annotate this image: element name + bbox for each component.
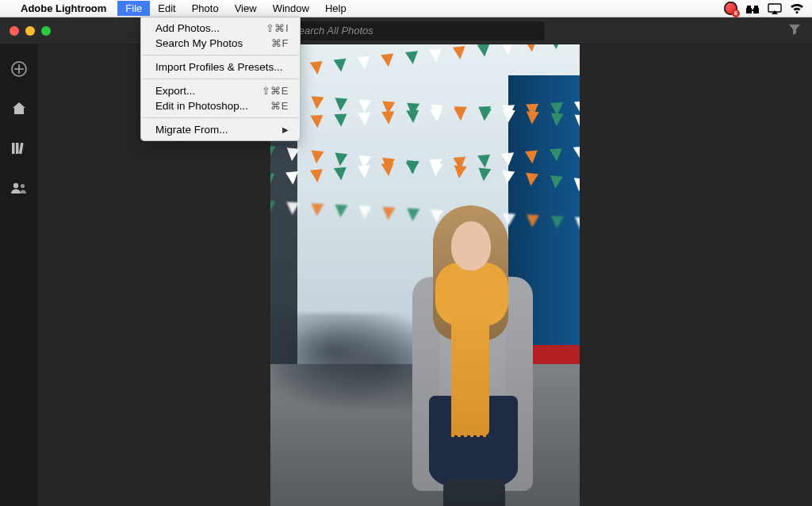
menu-item-search-my-photos[interactable]: Search My Photos ⌘F bbox=[141, 36, 300, 51]
submenu-arrow-icon: ▶ bbox=[282, 125, 289, 134]
app-window: Search All Photos bbox=[0, 17, 812, 506]
menu-item-add-photos[interactable]: Add Photos... ⇧⌘I bbox=[141, 21, 300, 36]
menu-item-label: Add Photos... bbox=[155, 22, 220, 34]
menu-item-migrate-from[interactable]: Migrate From... ▶ bbox=[141, 122, 300, 137]
sidebar-people-button[interactable] bbox=[10, 179, 28, 197]
library-icon bbox=[11, 141, 27, 155]
menu-view[interactable]: View bbox=[227, 1, 265, 16]
menu-item-label: Migrate From... bbox=[155, 124, 228, 136]
menu-item-shortcut: ⇧⌘E bbox=[262, 85, 289, 97]
people-icon bbox=[10, 182, 28, 194]
menu-item-label: Import Profiles & Presets... bbox=[155, 61, 283, 73]
window-zoom-button[interactable] bbox=[41, 26, 51, 36]
menu-separator bbox=[142, 117, 299, 118]
menu-photo[interactable]: Photo bbox=[184, 1, 227, 16]
notification-badge-icon[interactable]: 6 bbox=[724, 2, 737, 15]
file-dropdown-menu: Add Photos... ⇧⌘I Search My Photos ⌘F Im… bbox=[140, 17, 301, 141]
wifi-icon[interactable] bbox=[790, 3, 804, 14]
menu-item-shortcut: ⇧⌘I bbox=[266, 22, 289, 34]
menu-item-import-profiles-presets[interactable]: Import Profiles & Presets... bbox=[141, 59, 300, 75]
svg-rect-6 bbox=[16, 143, 19, 154]
photo-preview bbox=[270, 44, 580, 506]
search-input[interactable]: Search All Photos bbox=[267, 21, 545, 40]
menu-edit[interactable]: Edit bbox=[150, 1, 183, 16]
sidebar-library-button[interactable] bbox=[10, 140, 28, 157]
notification-count: 6 bbox=[732, 10, 740, 17]
menu-window[interactable]: Window bbox=[265, 1, 317, 16]
menu-separator bbox=[142, 79, 299, 79]
binoculars-icon[interactable] bbox=[745, 3, 760, 14]
search-placeholder: Search All Photos bbox=[292, 25, 373, 36]
sidebar bbox=[0, 44, 38, 506]
window-controls bbox=[10, 26, 51, 36]
app-body bbox=[0, 44, 812, 506]
svg-point-9 bbox=[21, 184, 25, 188]
funnel-icon bbox=[788, 24, 801, 35]
svg-point-8 bbox=[13, 183, 18, 188]
window-close-button[interactable] bbox=[10, 26, 19, 36]
app-name[interactable]: Adobe Lightroom bbox=[21, 2, 106, 14]
titlebar: Search All Photos bbox=[0, 17, 812, 44]
svg-rect-5 bbox=[12, 143, 15, 154]
menu-separator bbox=[142, 55, 299, 56]
photo-subject-person bbox=[389, 197, 540, 506]
menu-item-shortcut: ⌘E bbox=[270, 100, 289, 112]
menu-item-label: Search My Photos bbox=[155, 37, 243, 49]
menu-item-edit-in-photoshop[interactable]: Edit in Photoshop... ⌘E bbox=[141, 98, 300, 113]
menu-help[interactable]: Help bbox=[317, 1, 354, 16]
menu-file[interactable]: File bbox=[117, 1, 150, 16]
menu-item-export[interactable]: Export... ⇧⌘E bbox=[141, 83, 300, 98]
filter-button[interactable] bbox=[788, 24, 801, 38]
menu-item-label: Export... bbox=[155, 85, 195, 97]
home-icon bbox=[11, 101, 27, 117]
sidebar-home-button[interactable] bbox=[10, 100, 28, 117]
svg-rect-7 bbox=[19, 143, 24, 154]
menu-item-label: Edit in Photoshop... bbox=[155, 100, 248, 112]
mac-menu-bar: Adobe Lightroom File Edit Photo View Win… bbox=[0, 0, 812, 17]
sidebar-add-button[interactable] bbox=[10, 60, 28, 78]
svg-point-1 bbox=[796, 11, 799, 13]
plus-circle-icon bbox=[10, 60, 28, 78]
airplay-icon[interactable] bbox=[768, 3, 782, 14]
mac-status-icons: 6 bbox=[724, 2, 812, 15]
menu-item-shortcut: ⌘F bbox=[271, 37, 289, 49]
window-minimize-button[interactable] bbox=[25, 26, 35, 36]
